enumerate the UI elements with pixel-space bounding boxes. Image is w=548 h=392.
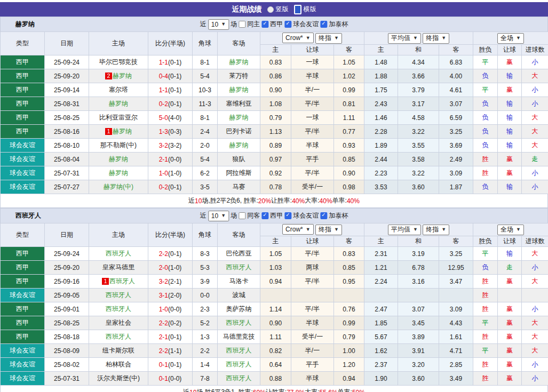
handicap-odds-cell: 0.94 (260, 275, 291, 289)
date-cell: 25-08-18 (45, 330, 89, 344)
score-cell: 2-2(0-2) (148, 316, 193, 330)
outcome-group-header: 全场▼ (473, 32, 548, 45)
fulltime-score: 1-0 (159, 170, 168, 177)
league-cell: 西甲 (1, 69, 45, 83)
outcome-cell: 大 (522, 69, 548, 83)
sub-header-goals: 进球数 (522, 45, 548, 55)
outcome-cell: 赢 (498, 83, 522, 97)
handicap-time-select[interactable]: 终指▼ (315, 225, 342, 235)
outcome-cell: 赢 (498, 55, 522, 69)
handicap-odds-cell: 1.14 (260, 302, 291, 316)
europe-odds-cell: 3.22 (398, 125, 439, 139)
league-laliga-checkbox[interactable] (261, 212, 268, 219)
chevron-down-icon: ▼ (516, 227, 521, 232)
sub-header-away-europe: 客 (439, 45, 473, 55)
outcome-cell: 走 (498, 261, 522, 275)
bookmaker-select[interactable]: Crow*▼ (282, 224, 314, 235)
handicap-odds-cell: 0.88 (260, 372, 291, 386)
handicap-odds-cell: 半球 (291, 139, 334, 153)
summary-part: 40% (347, 197, 360, 205)
handicap-odds-cell: 0.90 (260, 316, 291, 330)
league-catalan-cup-checkbox[interactable] (320, 212, 327, 219)
corners-cell: 8-1 (193, 111, 218, 125)
recent-count-select[interactable]: 10 ▼ (208, 19, 229, 30)
view-option-vertical[interactable]: 竖版 (267, 5, 289, 14)
fulltime-score: 1-1 (159, 59, 168, 66)
team-name: 纽卡斯尔联 (102, 347, 134, 354)
europe-odds-cell: 3.47 (439, 275, 473, 289)
table-row: 西甲25-08-161赫罗纳1-3(0-3)2-4巴列卡诺1.13平/半0.77… (1, 125, 548, 139)
handicap-odds-cell (291, 289, 334, 302)
europe-odds-group-header: 平均值▼ 终指▼ (364, 223, 473, 236)
same-away-checkbox[interactable] (239, 212, 245, 219)
europe-odds-cell: 4.00 (439, 69, 473, 83)
outcome-cell: 输 (498, 97, 522, 111)
team-name: 阿拉维斯 (226, 169, 252, 177)
section-bar-girona: 赫罗纳 近 10 ▼ 场 同主 西甲 球会友谊 加泰杯 (0, 17, 548, 31)
team-name: 赫罗纳 (109, 169, 128, 177)
fulltime-score: 3-2 (159, 278, 168, 285)
league-cell: 西甲 (1, 247, 45, 261)
team-name: 巴伦西亚 (226, 250, 252, 257)
col-header-type: 类型 (1, 32, 45, 55)
average-select[interactable]: 平均值▼ (388, 225, 421, 235)
europe-odds-cell: 3.07 (439, 97, 473, 111)
scope-select[interactable]: 全场▼ (497, 33, 524, 44)
chevron-down-icon: ▼ (441, 227, 446, 232)
radio-selected-icon[interactable] (294, 5, 301, 14)
chevron-down-icon: ▼ (306, 227, 311, 232)
europe-odds-cell: 1.87 (439, 180, 473, 194)
handicap-time-select[interactable]: 终指▼ (315, 33, 342, 44)
europe-time-select[interactable]: 终指▼ (423, 225, 449, 235)
league-cell: 球会友谊 (1, 358, 45, 372)
league-laliga-checkbox[interactable] (261, 21, 268, 28)
sub-header-handicap-result: 让球 (498, 45, 522, 55)
view-option-horizontal[interactable]: 横版 (294, 5, 316, 14)
summary-part: 77.8% (287, 389, 305, 392)
col-header-score: 比分(半场) (148, 32, 193, 55)
europe-odds-cell: 4.61 (439, 83, 473, 97)
halftime-score: (0-1) (168, 100, 181, 108)
red-card-badge: 1 (105, 128, 112, 135)
corners-cell: 1-3 (193, 330, 218, 344)
outcome-cell (522, 289, 548, 302)
handicap-odds-cell: 0.83 (260, 55, 291, 69)
radio-unselected-icon[interactable] (267, 6, 274, 13)
league-friendly-checkbox[interactable] (284, 21, 291, 28)
outcome-cell: 平 (473, 344, 498, 358)
team-name: 柏林联合 (106, 361, 131, 368)
corners-cell: 10-3 (193, 83, 218, 97)
date-cell: 25-08-25 (45, 111, 89, 125)
handicap-odds-cell: 0.93 (334, 139, 364, 153)
europe-time-select[interactable]: 终指▼ (423, 33, 449, 44)
league-friendly-checkbox[interactable] (284, 212, 291, 219)
handicap-odds-cell: 受半/一 (291, 180, 334, 194)
away-team-cell: 西班牙人 (218, 316, 260, 330)
fulltime-score: 1-3 (159, 128, 168, 135)
date-cell: 25-07-31 (45, 166, 89, 180)
home-team-cell: 毕尔巴鄂竞技 (89, 55, 148, 69)
handicap-odds-cell: 0.85 (334, 153, 364, 166)
league-catalan-cup-checkbox[interactable] (320, 21, 327, 28)
summary-part: 大率: (305, 196, 319, 205)
average-select[interactable]: 平均值▼ (388, 33, 421, 44)
score-cell: 1-1(0-1) (148, 83, 193, 97)
team-name: 马洛卡 (229, 277, 249, 285)
same-home-checkbox[interactable] (239, 21, 245, 28)
team-name: 比利亚雷亚尔 (99, 114, 138, 121)
team-name: 马德里竞技 (223, 333, 255, 340)
scope-select[interactable]: 全场▼ (497, 225, 524, 235)
bookmaker-select[interactable]: Crow*▼ (282, 33, 314, 43)
away-team-cell: 赫罗纳 (218, 111, 260, 125)
away-team-cell: 波城 (218, 289, 260, 302)
handicap-odds-cell: 1.13 (260, 125, 291, 139)
recent-count-select[interactable]: 10 ▼ (208, 211, 229, 221)
away-team-cell: 奥萨苏纳 (218, 302, 260, 316)
outcome-cell: 负 (473, 125, 498, 139)
league-cell: 西甲 (1, 302, 45, 316)
outcome-cell (498, 289, 522, 302)
halftime-score: (3-2) (168, 142, 181, 149)
handicap-odds-cell: 1.11 (334, 111, 364, 125)
outcome-cell: 赢 (498, 330, 522, 344)
europe-odds-cell: 3.66 (398, 69, 439, 83)
